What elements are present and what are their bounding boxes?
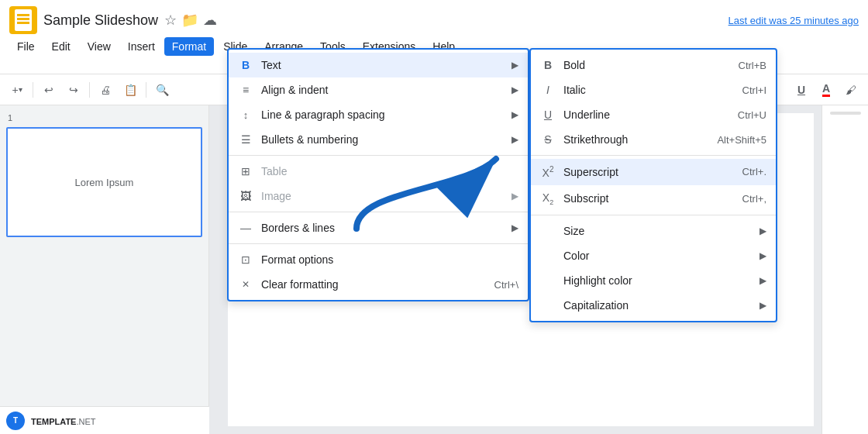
zoom-button[interactable]: 🔍 xyxy=(151,79,173,101)
image-arrow: ▶ xyxy=(512,191,518,202)
slide-panel: 1 Lorem Ipsum T TEMPLATE.NET xyxy=(0,105,209,434)
format-menu-options[interactable]: ⊡ Format options xyxy=(229,247,528,272)
copy-format-button[interactable]: 📋 xyxy=(119,79,141,101)
last-edit-text[interactable]: Last edit was 25 minutes ago xyxy=(728,15,859,26)
format-menu-align-label: Align & indent xyxy=(261,84,504,96)
font-color-icon: A xyxy=(822,82,830,97)
text-submenu: B Bold Ctrl+B I Italic Ctrl+I U Underlin… xyxy=(529,48,777,322)
star-icon[interactable]: ☆ xyxy=(164,12,177,29)
bullets-icon: ☰ xyxy=(238,133,253,146)
font-color-button[interactable]: A xyxy=(815,79,837,101)
title-row: Sample Slideshow ☆ 📁 ☁ Last edit was 25 … xyxy=(0,0,868,36)
underline-toolbar-button[interactable]: U xyxy=(790,79,812,101)
plus-icon: + xyxy=(12,84,18,96)
menu-file[interactable]: File xyxy=(9,37,43,56)
toolbar-divider-3 xyxy=(146,82,146,98)
menu-insert[interactable]: Insert xyxy=(120,37,163,56)
underline-shortcut: Ctrl+U xyxy=(738,109,766,121)
text-menu-superscript[interactable]: X2 Superscript Ctrl+. xyxy=(531,159,776,185)
text-separator-1 xyxy=(531,155,776,156)
format-menu-image[interactable]: 🖼 Image ▶ xyxy=(229,184,528,208)
slide-thumbnail[interactable]: Lorem Ipsum xyxy=(6,127,202,237)
template-name: TEMPLATE xyxy=(31,417,76,426)
size-arrow: ▶ xyxy=(760,226,766,236)
format-separator-3 xyxy=(229,243,528,244)
format-menu-bullets-label: Bullets & numbering xyxy=(261,133,504,146)
bold-shortcut: Ctrl+B xyxy=(739,60,766,71)
format-menu-clear[interactable]: ✕ Clear formatting Ctrl+\ xyxy=(229,272,528,297)
right-panel-ruler xyxy=(830,112,861,115)
text-menu-size[interactable]: Size ▶ xyxy=(531,219,776,243)
text-menu-capitalization[interactable]: Capitalization ▶ xyxy=(531,293,776,318)
menu-edit[interactable]: Edit xyxy=(44,37,78,56)
format-menu-spacing-label: Line & paragraph spacing xyxy=(261,108,504,121)
paint-button[interactable]: 🖌 xyxy=(840,79,862,101)
app-title: Sample Slideshow xyxy=(43,12,158,29)
menu-view[interactable]: View xyxy=(80,37,119,56)
bold-icon: B xyxy=(540,59,556,71)
paint-icon: 🖌 xyxy=(846,84,856,96)
format-menu-text-label: Text xyxy=(261,59,504,71)
borders-arrow: ▶ xyxy=(512,222,518,233)
highlight-arrow: ▶ xyxy=(760,275,766,286)
text-menu-highlight[interactable]: Highlight color ▶ xyxy=(531,268,776,293)
format-menu-spacing[interactable]: ↕ Line & paragraph spacing ▶ xyxy=(229,102,528,127)
ruler-area xyxy=(209,105,220,434)
text-menu-bold-label: Bold xyxy=(563,59,731,71)
image-icon: 🖼 xyxy=(238,190,253,202)
text-menu-capitalization-label: Capitalization xyxy=(563,299,752,312)
title-icons: ☆ 📁 ☁ xyxy=(164,12,217,29)
template-bar: T TEMPLATE.NET xyxy=(0,406,209,434)
undo-button[interactable]: ↩ xyxy=(38,79,60,101)
text-menu-italic[interactable]: I Italic Ctrl+I xyxy=(531,78,776,102)
text-menu-subscript[interactable]: X2 Subscript Ctrl+, xyxy=(531,185,776,212)
format-menu-table-label: Table xyxy=(261,165,518,177)
text-menu-underline-label: Underline xyxy=(563,108,730,121)
strikethrough-icon: S xyxy=(540,133,556,146)
template-name-text: TEMPLATE.NET xyxy=(31,414,96,428)
format-menu-clear-label: Clear formatting xyxy=(261,278,487,291)
copy-format-icon: 📋 xyxy=(124,84,137,96)
text-menu-color[interactable]: Color ▶ xyxy=(531,243,776,268)
add-button[interactable]: + ▾ xyxy=(6,79,28,101)
text-menu-bold[interactable]: B Bold Ctrl+B xyxy=(531,53,776,78)
cloud-icon[interactable]: ☁ xyxy=(203,12,217,29)
template-logo-letter: T xyxy=(13,416,18,425)
color-arrow: ▶ xyxy=(760,250,766,261)
superscript-icon: X2 xyxy=(540,165,556,179)
subscript-icon: X2 xyxy=(540,191,556,206)
format-menu-table[interactable]: ⊞ Table xyxy=(229,159,528,184)
format-menu-borders[interactable]: — Borders & lines ▶ xyxy=(229,215,528,240)
text-menu-strikethrough[interactable]: S Strikethrough Alt+Shift+5 xyxy=(531,127,776,152)
text-submenu-arrow: ▶ xyxy=(512,60,518,71)
redo-button[interactable]: ↪ xyxy=(63,79,84,101)
format-menu-image-label: Image xyxy=(261,190,504,202)
print-button[interactable]: 🖨 xyxy=(95,79,116,101)
bold-format-icon: B xyxy=(238,59,253,71)
clear-icon: ✕ xyxy=(238,279,253,290)
text-menu-highlight-label: Highlight color xyxy=(563,274,752,287)
text-menu-subscript-label: Subscript xyxy=(563,192,735,205)
text-menu-underline[interactable]: U Underline Ctrl+U xyxy=(531,102,776,127)
format-menu-text[interactable]: B Text ▶ xyxy=(229,53,528,78)
format-separator-2 xyxy=(229,212,528,212)
italic-shortcut: Ctrl+I xyxy=(742,84,766,96)
folder-icon[interactable]: 📁 xyxy=(181,12,198,29)
capitalization-arrow: ▶ xyxy=(760,300,766,311)
subscript-shortcut: Ctrl+, xyxy=(742,193,766,205)
strikethrough-shortcut: Alt+Shift+5 xyxy=(717,134,766,146)
redo-icon: ↪ xyxy=(69,84,78,96)
menu-format[interactable]: Format xyxy=(164,37,214,56)
format-menu-align[interactable]: ≡ Align & indent ▶ xyxy=(229,78,528,102)
text-separator-2 xyxy=(531,215,776,215)
app-icon-inner xyxy=(15,9,32,31)
format-separator-1 xyxy=(229,155,528,156)
format-menu-bullets[interactable]: ☰ Bullets & numbering ▶ xyxy=(229,127,528,152)
zoom-icon: 🔍 xyxy=(156,84,169,96)
underline-icon: U xyxy=(540,108,556,121)
slide-number: 1 xyxy=(6,112,202,124)
print-icon: 🖨 xyxy=(100,84,111,96)
superscript-shortcut: Ctrl+. xyxy=(742,166,766,177)
lorem-ipsum-text: Lorem Ipsum xyxy=(75,177,134,188)
toolbar-divider-1 xyxy=(33,82,33,98)
